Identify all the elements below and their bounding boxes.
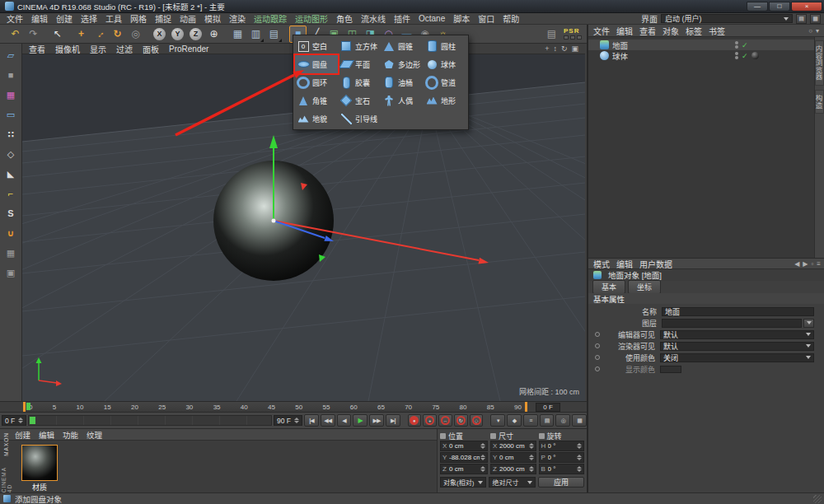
x-axis-button[interactable]: X (151, 26, 168, 43)
motion-system-button[interactable]: ▤ (540, 414, 555, 427)
workplane-lock-button[interactable]: ▣ (2, 264, 20, 282)
tab-coordinates[interactable]: 坐标 (628, 280, 661, 294)
om-menu-view[interactable]: 查看 (639, 25, 656, 37)
coordinate-mode-select[interactable]: 对象(相对) (440, 477, 486, 488)
frame-slider[interactable] (28, 415, 272, 426)
current-frame-marker[interactable] (26, 403, 30, 410)
menu-file[interactable]: 文件 (2, 13, 27, 24)
am-menu-mode[interactable]: 模式 (593, 258, 610, 270)
menu-mesh[interactable]: 网格 (126, 13, 151, 24)
material-tag-icon[interactable] (751, 52, 759, 59)
primitive-sphere[interactable]: 球体 (424, 55, 466, 73)
primitive-oil-tank[interactable]: 油桶 (381, 73, 424, 91)
visibility-dots[interactable] (735, 41, 738, 49)
menu-animate[interactable]: 动画 (176, 13, 200, 24)
menu-character[interactable]: 角色 (332, 13, 357, 24)
am-menu-icon[interactable]: ≡ (817, 260, 821, 268)
position-field[interactable]: Y-88.028 cm (440, 452, 488, 463)
workplane-mode-button[interactable]: ▭ (2, 105, 20, 124)
minimize-button[interactable]: — (747, 2, 768, 12)
zoom-view-icon[interactable]: ↕ (553, 44, 557, 53)
object-row-sphere[interactable]: 球体 ✓ (588, 50, 814, 61)
menu-render[interactable]: 渲染 (225, 13, 250, 24)
viewport-menu-cameras[interactable]: 摄像机 (55, 43, 80, 55)
sep1[interactable] (43, 26, 49, 43)
display-color-swatch[interactable] (660, 366, 681, 373)
primitive-torus[interactable]: 圆环 (295, 73, 338, 91)
position-field[interactable]: Z0 cm (440, 464, 488, 474)
name-input[interactable]: 地面 (662, 307, 814, 316)
toggle-views-icon[interactable]: ▣ (571, 44, 578, 53)
model-mode-button[interactable]: ■ (2, 66, 20, 84)
visibility-dots[interactable] (735, 52, 738, 59)
timeline-ruler[interactable]: 051015202530354045505560657075808590 0 F (0, 401, 587, 413)
goto-end-button[interactable]: ▶| (386, 414, 400, 427)
primitive-plane[interactable]: 平面 (338, 55, 381, 73)
phong-tag-icon[interactable]: ✓ (742, 41, 748, 49)
om-filter-icon[interactable]: ▾ (816, 27, 819, 35)
mat-menu-function[interactable]: 功能 (63, 429, 78, 441)
primitive-landscape[interactable]: 地形 (424, 91, 466, 110)
previous-frame-button[interactable]: ◀ (337, 414, 352, 427)
sep4[interactable] (223, 26, 229, 43)
keyframe-dot[interactable] (595, 366, 600, 371)
z-axis-button[interactable]: Z (187, 26, 204, 43)
layout-toggle-button[interactable]: ▦ (572, 414, 587, 427)
keyframe-dot[interactable] (595, 343, 600, 348)
make-editable-button[interactable]: ▱ (2, 46, 20, 64)
menu-motion-tracker[interactable]: 运动跟踪 (250, 13, 291, 24)
autokey-button[interactable]: ▾ (490, 414, 505, 427)
undo-button[interactable]: ↶ (7, 26, 24, 43)
quantize-button[interactable]: ▦ (2, 244, 20, 262)
keyframe-dot[interactable] (595, 332, 600, 337)
scale-tool-button[interactable]: ↔ (91, 26, 108, 43)
solo-mode-button[interactable]: S (2, 204, 20, 222)
om-menu-objects[interactable]: 对象 (662, 25, 679, 37)
dock-tab-content-browser[interactable]: 内容浏览器 (815, 40, 824, 86)
enable-snap-button[interactable]: ∪ (2, 224, 20, 242)
pan-view-icon[interactable]: + (545, 44, 549, 53)
am-lock-icon[interactable]: ▫ (811, 260, 813, 268)
frame-stepper[interactable] (18, 418, 23, 423)
render-view-button[interactable]: ▦ (229, 26, 246, 43)
size-field[interactable]: Z2000 cm (490, 464, 536, 474)
rotation-field[interactable]: H0 ° (539, 441, 585, 451)
coordinate-system-button[interactable]: ⊕ (205, 26, 222, 43)
primitive-cone[interactable]: 圆锥 (381, 37, 424, 55)
nav-back-icon[interactable]: ◀ (794, 260, 799, 268)
menu-octane[interactable]: Octane (414, 13, 449, 24)
phong-tag-icon[interactable]: ✓ (742, 52, 748, 60)
am-menu-edit[interactable]: 编辑 (616, 258, 633, 270)
current-frame-field[interactable]: 0 F (2, 415, 26, 426)
last-tool-button[interactable]: ◎ (127, 26, 144, 43)
am-menu-userdata[interactable]: 用户数据 (639, 258, 672, 270)
menu-pipeline[interactable]: 流水线 (357, 13, 390, 24)
dock-tab-structure[interactable]: 构造 (815, 90, 824, 114)
sep3[interactable] (145, 26, 151, 43)
use-color-select[interactable]: 关闭 (660, 353, 814, 362)
render-picture-viewer-button[interactable]: ▥ (247, 26, 265, 43)
menu-create[interactable]: 创建 (52, 13, 77, 24)
goto-start-button[interactable]: |◀ (304, 414, 319, 427)
menu-simulate[interactable]: 模拟 (200, 13, 225, 24)
live-selection-button[interactable]: ↖ (49, 26, 66, 43)
render-settings-button[interactable]: ▤ (265, 26, 283, 43)
previous-key-button[interactable]: ◀◀ (321, 414, 335, 427)
rotate-tool-button[interactable]: ↻ (109, 26, 126, 43)
object-row-floor[interactable]: 地面 ✓ (588, 40, 814, 50)
mat-menu-edit[interactable]: 编辑 (39, 429, 54, 441)
primitive-cube[interactable]: 立方体 (338, 37, 381, 55)
move-tool-button[interactable]: + (73, 26, 90, 43)
primitive-disc[interactable]: 圆盘 (295, 55, 338, 73)
om-menu-tags[interactable]: 标签 (686, 25, 702, 37)
size-field[interactable]: Y0 cm (490, 452, 536, 463)
om-menu-edit[interactable]: 编辑 (616, 25, 633, 37)
om-menu-file[interactable]: 文件 (593, 25, 610, 37)
enable-axis-button[interactable]: ⌐ (2, 184, 20, 203)
size-field[interactable]: X2000 cm (490, 441, 536, 451)
viewport-menu-filter[interactable]: 过滤 (116, 43, 133, 55)
solo-animation-button[interactable]: ◎ (555, 414, 570, 427)
y-axis-button[interactable]: Y (169, 26, 186, 43)
size-mode-select[interactable]: 绝对尺寸 (489, 477, 535, 488)
basic-properties-section[interactable]: 基本属性 (588, 293, 824, 304)
